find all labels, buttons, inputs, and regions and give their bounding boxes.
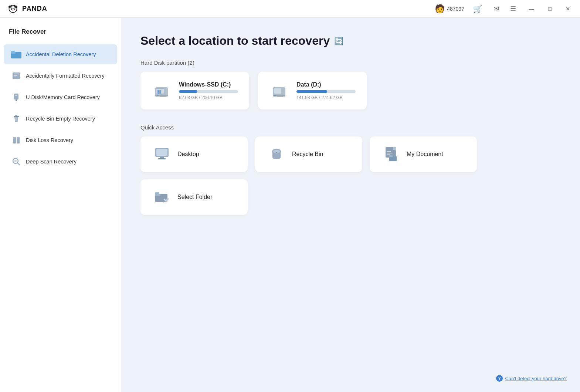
sidebar-item-udisk[interactable]: U Disk/Memory Card Recovery xyxy=(4,87,117,107)
sidebar-item-disk-loss-label: Disk Loss Recovery xyxy=(26,137,73,143)
disk-d-name: Data (D:) xyxy=(296,81,356,88)
quick-card-desktop[interactable]: Desktop xyxy=(140,136,248,172)
svg-rect-36 xyxy=(156,95,159,96)
hamburger-icon: ☰ xyxy=(510,5,516,13)
maximize-button[interactable]: □ xyxy=(545,4,555,13)
disk-c-icon xyxy=(152,81,172,101)
folder-icon xyxy=(11,49,21,60)
svg-point-31 xyxy=(14,160,17,162)
desktop-label: Desktop xyxy=(177,151,199,158)
svg-line-24 xyxy=(17,117,17,121)
sidebar: File Recover Accidental Deletion Recover… xyxy=(0,18,121,392)
svg-rect-17 xyxy=(14,94,18,99)
svg-rect-37 xyxy=(157,90,159,92)
disk-d-bar-fill xyxy=(296,90,327,93)
svg-rect-14 xyxy=(14,74,19,74)
quick-card-recycle-bin[interactable]: Recycle Bin xyxy=(255,136,362,172)
recycle-bin-quick-icon xyxy=(268,145,285,163)
svg-rect-43 xyxy=(274,88,281,94)
svg-rect-48 xyxy=(156,149,167,156)
sidebar-item-disk-loss[interactable]: Disk Loss Recovery xyxy=(4,130,117,150)
cart-button[interactable]: 🛒 xyxy=(471,3,485,15)
quick-access-label: Quick Access xyxy=(140,124,561,131)
svg-rect-58 xyxy=(387,153,393,153)
select-folder-icon xyxy=(153,188,171,206)
desktop-icon xyxy=(153,145,171,163)
disk-c-name: Windows-SSD (C:) xyxy=(179,81,238,88)
minimize-button[interactable]: — xyxy=(525,4,538,13)
select-folder-label: Select Folder xyxy=(177,194,212,200)
svg-rect-40 xyxy=(159,92,161,94)
page-title-row: Select a location to start recovery 🔄 xyxy=(140,34,561,48)
svg-point-5 xyxy=(14,7,16,9)
svg-rect-45 xyxy=(274,95,276,96)
titlebar: PANDA 🧑 487097 🛒 ✉ ☰ — □ ✕ xyxy=(0,0,580,18)
svg-rect-61 xyxy=(389,155,393,157)
svg-rect-64 xyxy=(155,192,159,195)
svg-rect-50 xyxy=(158,158,166,159)
refresh-button[interactable]: 🔄 xyxy=(334,37,343,45)
disk-d-bar xyxy=(296,90,356,93)
sidebar-title: File Recover xyxy=(0,28,121,44)
disk-grid: Windows-SSD (C:) 62.03 GB / 200.10 GB xyxy=(140,72,561,109)
quick-card-my-document[interactable]: My Document xyxy=(370,136,477,172)
app-body: File Recover Accidental Deletion Recover… xyxy=(0,18,580,392)
sidebar-item-formatted[interactable]: Accidentally Formatted Recovery xyxy=(4,66,117,86)
hard-disk-section-label: Hard Disk partition (2) xyxy=(140,60,561,66)
help-link-text: Can't detect your hard drive? xyxy=(505,376,567,381)
app-logo: PANDA xyxy=(6,4,47,14)
svg-rect-19 xyxy=(15,95,17,96)
disk-c-size: 62.03 GB / 200.10 GB xyxy=(179,95,238,100)
help-link[interactable]: ? Can't detect your hard drive? xyxy=(496,375,567,382)
svg-rect-39 xyxy=(157,92,159,94)
recycle-bin-icon xyxy=(11,114,21,124)
sidebar-item-recycle-bin-empty[interactable]: Recycle Bin Empty Recovery xyxy=(4,109,117,129)
help-icon: ? xyxy=(496,375,503,382)
message-icon: ✉ xyxy=(493,5,499,13)
close-button[interactable]: ✕ xyxy=(562,4,574,14)
app-name-label: PANDA xyxy=(22,5,47,13)
hard-disk-section: Hard Disk partition (2) xyxy=(140,60,561,109)
disk-c-info: Windows-SSD (C:) 62.03 GB / 200.10 GB xyxy=(179,81,238,100)
messages-button[interactable]: ✉ xyxy=(491,3,501,14)
user-id-label: 487097 xyxy=(447,6,464,12)
svg-rect-55 xyxy=(393,147,396,150)
sidebar-item-accidental-deletion-label: Accidental Deletion Recovery xyxy=(26,51,96,57)
panda-logo-icon xyxy=(6,4,20,14)
svg-rect-18 xyxy=(16,99,17,101)
svg-rect-28 xyxy=(17,138,19,138)
svg-rect-21 xyxy=(15,115,17,116)
disk-card-d[interactable]: Data (D:) 141.93 GB / 274.62 GB xyxy=(258,72,367,109)
disk-c-bar xyxy=(179,90,238,93)
sidebar-item-accidental-deletion[interactable]: Accidental Deletion Recovery xyxy=(4,44,117,64)
usb-icon xyxy=(11,92,21,102)
cart-icon: 🛒 xyxy=(473,4,482,13)
my-document-icon xyxy=(382,145,400,163)
svg-point-4 xyxy=(11,7,13,9)
sidebar-item-deep-scan-label: Deep Scan Recovery xyxy=(26,159,77,165)
disk-card-c[interactable]: Windows-SSD (C:) 62.03 GB / 200.10 GB xyxy=(140,72,249,109)
svg-rect-27 xyxy=(13,138,16,138)
svg-rect-57 xyxy=(387,151,391,152)
sidebar-item-deep-scan[interactable]: Deep Scan Recovery xyxy=(4,152,117,172)
user-avatar-icon: 🧑 xyxy=(435,4,445,14)
svg-rect-49 xyxy=(160,157,164,158)
disk-format-icon xyxy=(11,71,21,81)
recycle-bin-label: Recycle Bin xyxy=(292,151,323,158)
menu-button[interactable]: ☰ xyxy=(508,3,518,14)
svg-rect-15 xyxy=(14,75,17,76)
page-title-text: Select a location to start recovery xyxy=(140,34,330,48)
svg-point-53 xyxy=(273,150,280,153)
quick-access-grid: Desktop Recycle Bin xyxy=(140,136,561,215)
deep-scan-icon xyxy=(11,156,21,167)
my-document-label: My Document xyxy=(407,151,443,158)
quick-access-section: Quick Access Desktop xyxy=(140,124,561,215)
main-content: Select a location to start recovery 🔄 Ha… xyxy=(121,18,580,392)
quick-card-select-folder[interactable]: Select Folder xyxy=(140,179,248,215)
svg-point-7 xyxy=(14,8,15,9)
sidebar-item-recycle-bin-empty-label: Recycle Bin Empty Recovery xyxy=(26,116,95,122)
sidebar-item-formatted-label: Accidentally Formatted Recovery xyxy=(26,73,105,79)
disk-loss-icon xyxy=(11,135,21,145)
svg-rect-16 xyxy=(14,77,16,77)
svg-point-6 xyxy=(11,8,12,9)
